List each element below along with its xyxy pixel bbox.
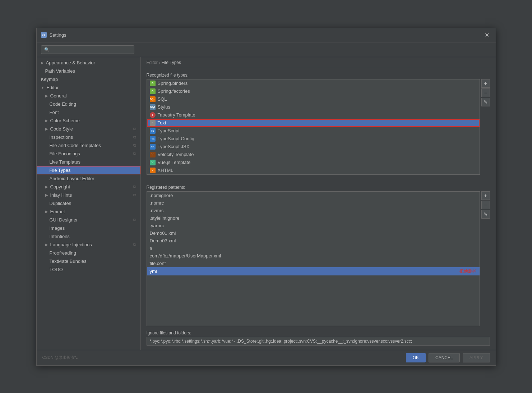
remove-registered-button[interactable]: − (481, 201, 490, 209)
list-item[interactable]: T Tapestry Template (147, 111, 480, 119)
sidebar-item-live-templates[interactable]: Live Templates (37, 158, 140, 166)
list-item[interactable]: a (147, 245, 480, 252)
app-icon: ⚙ (41, 32, 47, 38)
list-item[interactable]: .nvmrc (147, 207, 480, 214)
sidebar-item-editor[interactable]: ▼ Editor (37, 83, 140, 92)
list-item-label: Tapestry Template (158, 112, 195, 118)
list-item[interactable]: JSX TypeScript JSX (147, 143, 480, 151)
list-item[interactable]: Styl Stylus (147, 103, 480, 111)
dialog-title: Settings (50, 32, 66, 38)
list-item[interactable]: Demo01.xml (147, 229, 480, 237)
text-icon: ≡ (150, 120, 156, 126)
sql-icon: SQL (150, 96, 156, 102)
sidebar-item-language-injections[interactable]: ▶ Language Injections ⧉ (37, 241, 140, 249)
sidebar-item-code-editing[interactable]: Code Editing (37, 100, 140, 108)
sidebar-item-todo[interactable]: TODO (37, 265, 140, 274)
list-item-yml[interactable]: yml 把他删掉 (147, 267, 480, 275)
sidebar-item-appearance[interactable]: ▶ Appearance & Behavior (37, 59, 140, 67)
sidebar-item-textmate-bundles[interactable]: TextMate Bundles (37, 257, 140, 265)
list-item[interactable]: .npmignore (147, 192, 480, 199)
sidebar-item-color-scheme[interactable]: ▶ Color Scheme (37, 116, 140, 125)
sidebar-item-images[interactable]: Images (37, 224, 140, 232)
sidebar-item-general[interactable]: ▶ General (37, 92, 140, 100)
sidebar-item-label: Editor (46, 85, 59, 90)
copy-icon: ⧉ (133, 151, 136, 156)
list-item-label: Demo01.xml (150, 230, 176, 236)
list-item-label: Demo03.xml (150, 238, 176, 243)
edit-registered-button[interactable]: ✎ (481, 210, 490, 219)
list-item-label: Velocity Template (158, 152, 194, 157)
list-item[interactable]: V Velocity Template (147, 151, 480, 159)
copy-icon: ⧉ (133, 193, 136, 197)
list-item-label: a (150, 246, 152, 251)
sidebar-item-inspections[interactable]: Inspections ⧉ (37, 133, 140, 141)
copy-icon: ⧉ (133, 143, 136, 148)
sidebar-item-file-and-code-templates[interactable]: File and Code Templates ⧉ (37, 141, 140, 150)
sidebar-item-keymap[interactable]: Keymap (37, 75, 140, 83)
search-input[interactable] (52, 47, 131, 52)
vue-icon: V (150, 160, 156, 165)
sidebar-item-code-style[interactable]: ▶ Code Style ⧉ (37, 125, 140, 133)
sidebar-item-label: Keymap (41, 77, 58, 82)
sidebar-item-file-encodings[interactable]: File Encodings ⧉ (37, 150, 140, 158)
edit-recognized-button[interactable]: ✎ (481, 98, 490, 106)
watermark: CSDN @绿水长流*z (42, 355, 78, 360)
right-panel: Editor › File Types Recognized file type… (141, 57, 496, 350)
sidebar-item-label: File Types (50, 168, 71, 173)
sidebar-item-android-layout-editor[interactable]: Android Layout Editor (37, 174, 140, 183)
list-item[interactable]: X XHTML (147, 166, 480, 174)
list-item[interactable]: V Vue.js Template (147, 159, 480, 166)
list-item-label: Stylus (158, 104, 170, 110)
list-item[interactable]: .npmrc (147, 199, 480, 207)
sidebar-item-inlay-hints[interactable]: ▶ Inlay Hints ⧉ (37, 191, 140, 199)
close-button[interactable]: ✕ (482, 31, 491, 39)
sidebar-item-label: Code Editing (50, 101, 76, 107)
sidebar-item-gui-designer[interactable]: GUI Designer ⧉ (37, 216, 140, 224)
list-item[interactable]: SQL SQL (147, 95, 480, 103)
sidebar-item-path-variables[interactable]: Path Variables (37, 67, 140, 75)
list-item-text[interactable]: ≡ Text (147, 119, 480, 127)
sidebar-item-intentions[interactable]: Intentions (37, 232, 140, 241)
remove-recognized-button[interactable]: − (481, 88, 490, 97)
settings-dialog: ⚙ Settings ✕ 🔍 ▶ Appearance & Behavior P… (36, 28, 496, 366)
sidebar-item-emmet[interactable]: ▶ Emmet (37, 207, 140, 216)
stylus-icon: Styl (150, 104, 156, 110)
list-item[interactable]: TS TypeScript (147, 127, 480, 135)
ignore-input[interactable] (147, 337, 490, 346)
list-item-label: Text (158, 120, 166, 125)
sidebar-item-label: File and Code Templates (50, 143, 101, 148)
list-item[interactable]: Demo03.xml (147, 237, 480, 245)
list-item[interactable]: com/dfbz/mapper/UserMapper.xml (147, 252, 480, 260)
sidebar-item-label: Code Style (50, 126, 73, 132)
xhtml-icon: X (150, 168, 156, 173)
list-item-label: .yarnrc (150, 223, 164, 228)
recognized-with-buttons: S Spring.binders S Spring.factories SQL … (147, 79, 490, 175)
list-item[interactable]: file.conf (147, 260, 480, 267)
sidebar-item-proofreading[interactable]: Proofreading (37, 249, 140, 257)
search-icon: 🔍 (44, 47, 50, 52)
ok-button[interactable]: OK (406, 353, 426, 362)
add-registered-button[interactable]: + (481, 191, 490, 200)
arrow-icon: ▶ (45, 185, 48, 189)
arrow-icon: ▶ (45, 193, 48, 197)
sidebar-item-file-types[interactable]: File Types (37, 166, 140, 174)
sidebar-item-font[interactable]: Font (37, 108, 140, 116)
list-item[interactable]: .yarnrc (147, 222, 480, 229)
list-item[interactable]: S Spring.binders (147, 79, 480, 87)
list-item[interactable]: .stylelintignore (147, 214, 480, 222)
cancel-button[interactable]: CANCEL (429, 353, 460, 362)
arrow-icon: ▶ (45, 119, 48, 123)
search-wrap[interactable]: 🔍 (41, 45, 134, 54)
apply-button[interactable]: APPLY (463, 353, 490, 362)
list-item[interactable]: TSC TypeScript Config (147, 135, 480, 143)
list-item-label: SQL (158, 96, 167, 102)
main-content: ▶ Appearance & Behavior Path Variables K… (37, 57, 496, 350)
arrow-icon: ▶ (41, 61, 44, 65)
list-item[interactable]: S Spring.factories (147, 87, 480, 95)
sidebar-item-duplicates[interactable]: Duplicates (37, 199, 140, 207)
sidebar-item-copyright[interactable]: ▶ Copyright ⧉ (37, 183, 140, 191)
list-item-label: .npmignore (150, 193, 173, 198)
ts-jsx-icon: JSX (150, 144, 156, 150)
bottom-bar: CSDN @绿水长流*z OK CANCEL APPLY (37, 350, 496, 365)
add-recognized-button[interactable]: + (481, 79, 490, 88)
